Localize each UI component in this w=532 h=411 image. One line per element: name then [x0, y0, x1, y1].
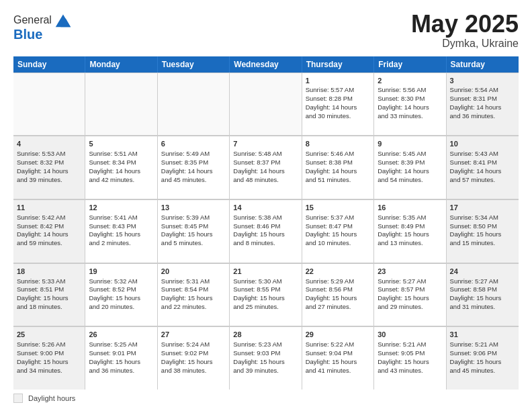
day-number: 30: [378, 330, 442, 340]
day-info: Sunset: 9:01 PM: [89, 349, 153, 358]
cal-cell: 11Sunrise: 5:42 AMSunset: 8:42 PMDayligh…: [13, 199, 85, 263]
day-info: Sunset: 8:56 PM: [306, 285, 370, 294]
day-info: and 18 minutes.: [17, 303, 81, 312]
day-number: 28: [233, 330, 298, 340]
day-info: Daylight: 14 hours: [161, 167, 226, 176]
day-info: Sunrise: 5:24 AM: [161, 340, 226, 349]
cal-cell: [230, 73, 302, 136]
day-info: Daylight: 14 hours: [450, 167, 515, 176]
day-info: Sunrise: 5:46 AM: [306, 150, 370, 158]
day-info: Daylight: 14 hours: [450, 103, 515, 112]
cal-cell: 21Sunrise: 5:30 AMSunset: 8:55 PMDayligh…: [230, 263, 302, 326]
day-info: Daylight: 15 hours: [306, 294, 370, 303]
day-info: Daylight: 15 hours: [450, 294, 515, 303]
day-info: Daylight: 15 hours: [306, 230, 370, 239]
day-info: Sunrise: 5:27 AM: [378, 277, 442, 286]
day-info: and 51 minutes.: [306, 176, 370, 185]
cal-week-2: 4Sunrise: 5:53 AMSunset: 8:32 PMDaylight…: [13, 136, 519, 199]
day-info: and 45 minutes.: [161, 176, 226, 185]
day-info: and 39 minutes.: [17, 176, 81, 185]
title-month: May 2025: [411, 11, 519, 38]
cal-week-1: 1Sunrise: 5:57 AMSunset: 8:28 PMDaylight…: [13, 73, 519, 136]
cal-cell: 27Sunrise: 5:24 AMSunset: 9:02 PMDayligh…: [158, 326, 230, 390]
day-info: Sunrise: 5:57 AM: [306, 86, 370, 95]
day-info: Sunrise: 5:54 AM: [450, 86, 515, 95]
day-info: Sunrise: 5:45 AM: [378, 150, 442, 158]
day-info: and 59 minutes.: [17, 239, 81, 248]
day-info: Sunset: 8:37 PM: [233, 158, 298, 167]
day-info: Sunrise: 5:27 AM: [450, 277, 515, 286]
day-info: Sunset: 8:50 PM: [450, 222, 515, 231]
day-info: and 15 minutes.: [450, 239, 515, 248]
day-info: Daylight: 14 hours: [17, 230, 81, 239]
logo: General Blue: [13, 11, 72, 42]
cal-cell: 24Sunrise: 5:27 AMSunset: 8:58 PMDayligh…: [447, 263, 519, 326]
cal-cell: 12Sunrise: 5:41 AMSunset: 8:43 PMDayligh…: [85, 199, 157, 263]
day-number: 2: [378, 76, 442, 86]
day-info: and 20 minutes.: [89, 303, 153, 312]
day-number: 3: [450, 76, 515, 86]
day-info: Daylight: 15 hours: [161, 358, 226, 367]
day-info: Sunrise: 5:22 AM: [306, 340, 370, 349]
day-number: 18: [17, 267, 81, 277]
day-info: and 36 minutes.: [89, 367, 153, 375]
day-number: 1: [306, 76, 370, 86]
day-info: Daylight: 14 hours: [17, 167, 81, 176]
day-info: Sunrise: 5:51 AM: [89, 150, 153, 158]
title-block: May 2025 Dymka, Ukraine: [411, 11, 519, 50]
cal-cell: 17Sunrise: 5:34 AMSunset: 8:50 PMDayligh…: [447, 199, 519, 263]
day-number: 31: [450, 330, 515, 340]
day-info: and 48 minutes.: [233, 176, 298, 185]
day-info: and 29 minutes.: [378, 303, 442, 312]
cal-header-monday: Monday: [85, 56, 157, 73]
day-number: 5: [89, 139, 153, 149]
day-info: Sunset: 8:42 PM: [17, 222, 81, 231]
day-number: 24: [450, 267, 515, 277]
cal-cell: 6Sunrise: 5:49 AMSunset: 8:35 PMDaylight…: [158, 136, 230, 199]
cal-cell: 8Sunrise: 5:46 AMSunset: 8:38 PMDaylight…: [302, 136, 374, 199]
cal-cell: 18Sunrise: 5:33 AMSunset: 8:51 PMDayligh…: [13, 263, 85, 326]
day-info: Sunset: 8:51 PM: [17, 285, 81, 294]
legend-box: [13, 394, 23, 403]
cal-cell: 5Sunrise: 5:51 AMSunset: 8:34 PMDaylight…: [85, 136, 157, 199]
day-info: and 43 minutes.: [378, 367, 442, 375]
day-info: and 34 minutes.: [17, 367, 81, 375]
calendar-header: SundayMondayTuesdayWednesdayThursdayFrid…: [13, 56, 519, 73]
title-location: Dymka, Ukraine: [411, 38, 519, 50]
cal-header-wednesday: Wednesday: [230, 56, 302, 73]
day-info: Sunset: 8:34 PM: [89, 158, 153, 167]
day-info: Daylight: 14 hours: [306, 103, 370, 112]
day-info: Sunrise: 5:49 AM: [161, 150, 226, 158]
day-info: and 39 minutes.: [233, 367, 298, 375]
day-info: Sunrise: 5:34 AM: [450, 214, 515, 222]
day-info: Sunrise: 5:21 AM: [450, 340, 515, 349]
cal-cell: [13, 73, 85, 136]
day-number: 10: [450, 139, 515, 149]
cal-cell: 28Sunrise: 5:23 AMSunset: 9:03 PMDayligh…: [230, 326, 302, 390]
cal-cell: 3Sunrise: 5:54 AMSunset: 8:31 PMDaylight…: [447, 73, 519, 136]
day-info: and 30 minutes.: [306, 112, 370, 121]
day-info: Sunset: 8:57 PM: [378, 285, 442, 294]
day-info: Daylight: 15 hours: [450, 358, 515, 367]
day-info: Sunrise: 5:26 AM: [17, 340, 81, 349]
cal-cell: 4Sunrise: 5:53 AMSunset: 8:32 PMDaylight…: [13, 136, 85, 199]
day-info: Daylight: 15 hours: [89, 294, 153, 303]
cal-header-thursday: Thursday: [302, 56, 374, 73]
day-info: Sunrise: 5:32 AM: [89, 277, 153, 286]
day-info: and 42 minutes.: [89, 176, 153, 185]
day-info: Daylight: 15 hours: [233, 294, 298, 303]
day-info: Daylight: 15 hours: [306, 358, 370, 367]
logo-general-text: General: [13, 14, 52, 26]
day-info: Sunrise: 5:35 AM: [378, 214, 442, 222]
day-number: 27: [161, 330, 226, 340]
cal-cell: 26Sunrise: 5:25 AMSunset: 9:01 PMDayligh…: [85, 326, 157, 390]
day-info: and 31 minutes.: [450, 303, 515, 312]
day-number: 14: [233, 203, 298, 213]
day-info: Sunset: 9:03 PM: [233, 349, 298, 358]
cal-week-3: 11Sunrise: 5:42 AMSunset: 8:42 PMDayligh…: [13, 199, 519, 263]
day-info: Sunset: 9:04 PM: [306, 349, 370, 358]
day-info: and 13 minutes.: [378, 239, 442, 248]
day-number: 26: [89, 330, 153, 340]
day-number: 16: [378, 203, 442, 213]
day-info: Sunrise: 5:25 AM: [89, 340, 153, 349]
